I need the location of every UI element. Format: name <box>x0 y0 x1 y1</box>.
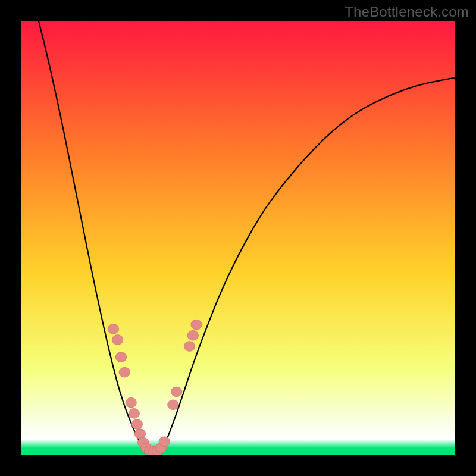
data-marker <box>119 367 130 377</box>
data-marker <box>108 324 118 334</box>
plot-area <box>21 21 455 455</box>
data-marker <box>131 419 142 430</box>
chart-svg <box>21 21 455 455</box>
chart-frame: TheBottleneck.com <box>0 0 476 476</box>
data-marker <box>115 352 126 362</box>
data-marker <box>126 397 136 408</box>
data-marker <box>187 331 198 341</box>
data-marker <box>191 320 202 330</box>
data-marker <box>134 429 145 439</box>
data-marker <box>168 400 178 410</box>
data-marker <box>112 335 123 345</box>
data-marker <box>184 342 195 352</box>
data-marker <box>171 387 181 397</box>
data-marker <box>129 409 139 419</box>
gradient-background <box>21 21 455 455</box>
data-marker <box>159 437 170 447</box>
watermark-text: TheBottleneck.com <box>345 4 469 20</box>
